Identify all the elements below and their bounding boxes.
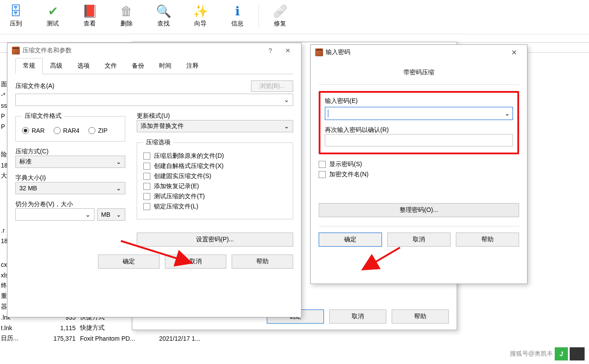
chk-delete-after[interactable]: 压缩后删除原来的文件(D) [143, 152, 287, 160]
update-mode-select[interactable]: 添加并替换文件⌄ [137, 120, 293, 132]
organize-passwords-button[interactable]: 整理密码(O)... [319, 203, 519, 217]
close-icon[interactable]: ✕ [279, 44, 297, 57]
tab-strip: 常规 高级 选项 文件 备份 时间 注释 [15, 58, 293, 74]
toolbar-repair[interactable]: 🩹修复 [264, 2, 296, 28]
format-fieldset: 压缩文件格式 RAR RAR4 ZIP [15, 112, 125, 142]
chevron-down-icon: ⌄ [116, 158, 121, 165]
update-mode-label: 更新模式(U) [137, 112, 293, 120]
main-toolbar: 🗄压到 ✔测试 📕查看 🗑删除 🔍查找 ✨向导 ℹ信息 🩹修复 [0, 0, 589, 34]
radio-zip[interactable]: ZIP [88, 127, 108, 134]
toolbar-extract[interactable]: 🗄压到 [0, 2, 32, 28]
dlg2-cancel-button[interactable]: 取消 [387, 233, 451, 247]
format-legend: 压缩文件格式 [22, 112, 64, 120]
toolbar-find[interactable]: 🔍查找 [148, 2, 179, 28]
tab-general[interactable]: 常规 [15, 58, 43, 74]
tab-advanced[interactable]: 高级 [43, 58, 70, 74]
radio-rar[interactable]: RAR [22, 127, 45, 134]
toolbar-wizard[interactable]: ✨向导 [185, 2, 216, 28]
dlg2-heading: 带密码压缩 [319, 60, 519, 84]
password-label: 输入密码(E) [325, 97, 358, 104]
toolbar-delete[interactable]: 🗑删除 [111, 2, 142, 28]
chk-lock[interactable]: 锁定压缩文件(L) [143, 203, 287, 211]
tab-backup[interactable]: 备份 [124, 58, 152, 74]
dlg1-help-button[interactable]: 帮助 [232, 255, 293, 269]
method-select[interactable]: 标准⌄ [15, 156, 125, 168]
archive-name-input[interactable]: ⌄ [15, 94, 293, 106]
hidden-cancel-button[interactable]: 取消 [329, 309, 386, 324]
chk-encrypt-names[interactable]: 加密文件名(N) [319, 171, 519, 178]
archive-params-dialog: 压缩文件名和参数 ? ✕ 常规 高级 选项 文件 备份 时间 注释 压缩文件名(… [7, 43, 302, 317]
chevron-down-icon: ⌄ [116, 211, 121, 218]
toolbar-info[interactable]: ℹ信息 [222, 2, 253, 28]
tab-files[interactable]: 文件 [97, 58, 124, 74]
dlg2-ok-button[interactable]: 确定 [319, 233, 382, 247]
browse-button[interactable]: 浏览(B)... [251, 80, 293, 92]
dict-label: 字典大小(I) [15, 174, 125, 182]
split-size-input[interactable]: ⌄ [15, 208, 95, 221]
password-dialog: 输入密码 ✕ 带密码压缩 输入密码(E) ⌄ 再次输入密码以确认(R) 显示密码… [310, 44, 527, 284]
tab-options[interactable]: 选项 [70, 58, 97, 74]
chk-show-password[interactable]: 显示密码(S) [319, 160, 519, 168]
close-icon[interactable]: ✕ [505, 46, 523, 58]
radio-rar4[interactable]: RAR4 [54, 127, 80, 134]
toolbar-test[interactable]: ✔测试 [37, 2, 69, 28]
dlg1-titlebar: 压缩文件名和参数 ? ✕ [7, 43, 301, 58]
winrar-icon [315, 48, 323, 56]
options-legend: 压缩选项 [143, 138, 173, 146]
chevron-down-icon: ⌄ [116, 185, 121, 192]
dlg1-cancel-button[interactable]: 取消 [165, 255, 226, 269]
split-unit-select[interactable]: MB⌄ [97, 208, 125, 221]
dlg1-help-titlebar[interactable]: ? [262, 44, 279, 57]
set-password-button[interactable]: 设置密码(P)... [137, 233, 293, 247]
dlg1-title: 压缩文件名和参数 [22, 47, 72, 55]
winrar-icon [12, 47, 20, 55]
dlg2-title: 输入密码 [326, 48, 350, 56]
password-confirm-input[interactable] [325, 134, 513, 146]
toolbar-view[interactable]: 📕查看 [74, 2, 105, 28]
chk-sfx[interactable]: 创建自解格式压缩文件(X) [143, 162, 287, 170]
chk-recovery[interactable]: 添加恢复记录(E) [143, 182, 287, 190]
watermark: 搜狐号@奥凯丰 J [510, 347, 585, 360]
dict-select[interactable]: 32 MB⌄ [15, 182, 125, 194]
password-input[interactable]: ⌄ [325, 107, 513, 120]
highlight-box: 输入密码(E) ⌄ 再次输入密码以确认(R) [319, 91, 519, 154]
tab-comment[interactable]: 注释 [179, 58, 206, 74]
chevron-down-icon: ⌄ [284, 96, 289, 103]
chevron-down-icon: ⌄ [505, 110, 510, 117]
tab-time[interactable]: 时间 [152, 58, 179, 74]
chevron-down-icon: ⌄ [85, 211, 91, 218]
dlg2-help-button[interactable]: 帮助 [456, 233, 519, 247]
dlg1-ok-button[interactable]: 确定 [98, 255, 160, 269]
archive-name-label: 压缩文件名(A) [15, 82, 55, 90]
password-confirm-label: 再次输入密码以确认(R) [325, 126, 513, 134]
chk-test[interactable]: 测试压缩的文件(T) [143, 193, 287, 200]
method-label: 压缩方式(C) [15, 148, 125, 156]
chevron-down-icon: ⌄ [284, 123, 289, 130]
dlg2-titlebar: 输入密码 ✕ [311, 45, 527, 60]
options-fieldset: 压缩选项 压缩后删除原来的文件(D) 创建自解格式压缩文件(X) 创建固实压缩文… [137, 138, 293, 219]
hidden-help-button[interactable]: 帮助 [392, 309, 449, 324]
chk-solid[interactable]: 创建固实压缩文件(S) [143, 172, 287, 180]
split-label: 切分为分卷(V)，大小 [15, 200, 125, 208]
